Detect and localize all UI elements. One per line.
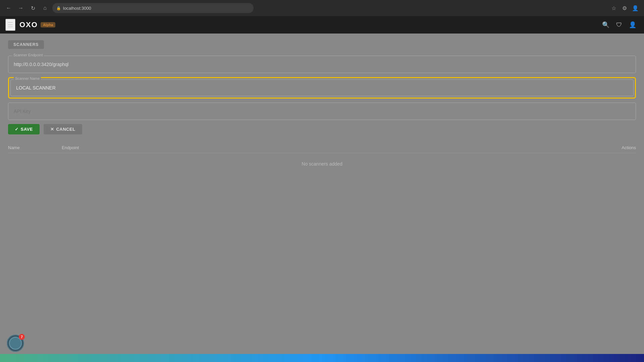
scanner-name-label: Scanner Name (14, 76, 41, 80)
shield-button[interactable]: 🛡 (613, 19, 625, 31)
scanner-endpoint-input[interactable] (8, 56, 636, 73)
col-actions-header: Actions (602, 145, 636, 150)
url-text: localhost:3000 (63, 6, 91, 11)
scanner-name-wrapper: Scanner Name (8, 77, 636, 99)
browser-right-icons: ☆ ⚙ 👤 (609, 3, 640, 13)
cancel-button[interactable]: ✕ CANCEL (44, 124, 82, 134)
save-button[interactable]: ✓ SAVE (8, 124, 40, 134)
api-key-input[interactable] (8, 103, 636, 120)
col-endpoint-header: Endpoint (62, 145, 602, 150)
address-bar[interactable]: 🔒 localhost:3000 (52, 3, 254, 13)
avatar[interactable]: 7 (7, 335, 24, 352)
lock-icon: 🔒 (56, 6, 61, 10)
avatar-badge: 7 (19, 334, 25, 340)
alpha-badge: Alpha (41, 22, 56, 27)
save-label: SAVE (21, 127, 33, 132)
scanner-endpoint-label: Scanner Endpoint (12, 53, 44, 57)
search-icon: 🔍 (602, 21, 609, 28)
logo-container: OXO Alpha (19, 20, 55, 29)
browser-chrome: ← → ↻ ⌂ 🔒 localhost:3000 ☆ ⚙ 👤 (0, 0, 644, 16)
star-icon[interactable]: ☆ (609, 3, 619, 13)
hamburger-button[interactable]: ☰ (5, 19, 15, 31)
scanners-table: Name Endpoint Actions No scanners added (8, 142, 636, 175)
refresh-button[interactable]: ↻ (28, 3, 38, 13)
profile-icon[interactable]: 👤 (631, 3, 640, 13)
button-row: ✓ SAVE ✕ CANCEL (8, 124, 636, 134)
cancel-label: CANCEL (56, 127, 75, 132)
scanners-tab-label: SCANNERS (13, 42, 39, 47)
scanner-endpoint-wrapper: Scanner Endpoint (8, 56, 636, 73)
cancel-x-icon: ✕ (50, 127, 54, 132)
extensions-icon[interactable]: ⚙ (620, 3, 629, 13)
bottom-bar (0, 354, 644, 362)
logo-text: OXO (19, 20, 38, 29)
api-key-wrapper (8, 103, 636, 120)
shield-icon: 🛡 (616, 21, 622, 28)
back-button[interactable]: ← (4, 3, 13, 13)
forward-button[interactable]: → (16, 3, 25, 13)
user-button[interactable]: 👤 (627, 19, 639, 31)
avatar-container[interactable]: 7 (7, 335, 24, 352)
col-name-header: Name (8, 145, 62, 150)
form-container: Scanner Endpoint Scanner Name ✓ SAVE ✕ C… (8, 56, 636, 134)
search-button[interactable]: 🔍 (600, 19, 612, 31)
scanner-name-input[interactable] (10, 79, 634, 96)
user-icon: 👤 (629, 21, 636, 28)
home-button[interactable]: ⌂ (40, 3, 50, 13)
main-content: SCANNERS Scanner Endpoint Scanner Name ✓… (0, 34, 644, 354)
header-right: 🔍 🛡 👤 (600, 19, 639, 31)
table-header: Name Endpoint Actions (8, 142, 636, 153)
save-check-icon: ✓ (15, 127, 19, 132)
app-header: ☰ OXO Alpha 🔍 🛡 👤 (0, 16, 644, 34)
table-empty-message: No scanners added (8, 153, 636, 175)
scanners-tab[interactable]: SCANNERS (8, 40, 44, 49)
